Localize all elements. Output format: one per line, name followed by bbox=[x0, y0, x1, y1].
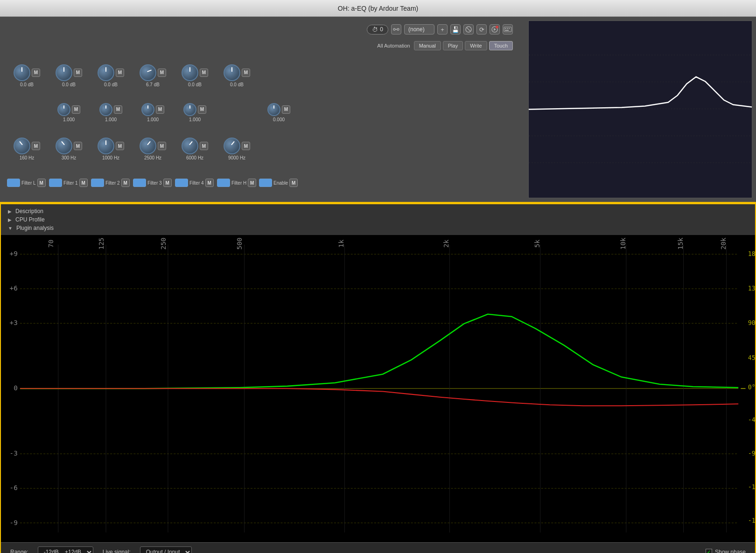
description-row[interactable]: ▶ Description bbox=[8, 208, 748, 214]
filter-h-gain-group: M 0.0 dB bbox=[217, 64, 257, 87]
window-title: OH: a-EQ (by Ardour Team) bbox=[338, 5, 418, 12]
filter1-btn[interactable] bbox=[49, 179, 62, 187]
enable-knob[interactable] bbox=[267, 103, 280, 116]
filter2-q-m-btn[interactable]: M bbox=[114, 105, 122, 114]
filter1-gain-label: 0.0 dB bbox=[62, 82, 76, 87]
filter-l-gain-m-btn[interactable]: M bbox=[32, 69, 40, 77]
svg-point-6 bbox=[496, 26, 498, 28]
enable-label2: Enable bbox=[273, 180, 288, 186]
filter2-q-knob[interactable] bbox=[99, 103, 112, 116]
filter1-q-knob[interactable] bbox=[57, 103, 70, 116]
filter2-freq-knob[interactable] bbox=[98, 138, 114, 154]
filter3-gain-m-btn[interactable]: M bbox=[158, 69, 166, 77]
live-select[interactable]: Output / Input bbox=[140, 546, 192, 553]
filter3-freq-label: 2500 Hz bbox=[144, 155, 161, 160]
filter-h-gain-knob[interactable] bbox=[224, 64, 240, 81]
play-btn[interactable]: Play bbox=[443, 41, 463, 50]
svg-text:15k: 15k bbox=[677, 237, 684, 249]
filter3-freq-m-btn[interactable]: M bbox=[158, 142, 166, 150]
filter3-q-m-btn[interactable]: M bbox=[156, 105, 164, 114]
enable-toggle-group: Enable M bbox=[259, 179, 299, 187]
plugin-row[interactable]: ▼ Plugin analysis bbox=[8, 225, 748, 231]
filter1-gain-m-btn[interactable]: M bbox=[74, 69, 82, 77]
filter-h-toggle-group: Filter H M bbox=[217, 179, 257, 187]
keyboard-btn[interactable] bbox=[503, 24, 513, 35]
svg-point-0 bbox=[393, 28, 395, 30]
enable-m-btn2[interactable]: M bbox=[289, 179, 298, 187]
filter3-btn[interactable] bbox=[133, 179, 146, 187]
filter-l-btn[interactable] bbox=[7, 179, 20, 187]
svg-text:-6: -6 bbox=[10, 484, 18, 491]
filter-l-freq-label: 160 Hz bbox=[20, 155, 35, 160]
midi-btn[interactable] bbox=[391, 24, 401, 35]
filter2-label: Filter 2 bbox=[105, 180, 120, 186]
filter3-q-knob[interactable] bbox=[141, 103, 154, 116]
filter4-freq-knob[interactable] bbox=[182, 138, 198, 154]
filter2-btn[interactable] bbox=[91, 179, 104, 187]
svg-text:500: 500 bbox=[236, 238, 244, 250]
filter1-freq-knob[interactable] bbox=[56, 138, 72, 154]
filter1-freq-m-btn[interactable]: M bbox=[74, 142, 82, 150]
filter-l-toggle-group: Filter L M bbox=[7, 179, 47, 187]
filter4-q-m-btn[interactable]: M bbox=[198, 105, 206, 114]
filter3-m-btn[interactable]: M bbox=[163, 179, 172, 187]
freq-row: M 160 Hz M 300 Hz M bbox=[7, 138, 518, 160]
filter-toggle-row: Filter L M Filter 1 M Filter 2 M Filter … bbox=[7, 176, 518, 187]
show-phase-group[interactable]: ✓ Show phase bbox=[706, 549, 746, 553]
svg-text:180°: 180° bbox=[748, 250, 755, 257]
record-btn[interactable] bbox=[490, 24, 500, 35]
filter4-gain-m-btn[interactable]: M bbox=[200, 69, 208, 77]
svg-text:45°: 45° bbox=[748, 354, 755, 361]
cpu-label: CPU Profile bbox=[15, 216, 45, 223]
filter-l-freq-m-btn[interactable]: M bbox=[32, 142, 40, 150]
range-select[interactable]: -12dB .. +12dB bbox=[38, 546, 93, 553]
filter2-gain-m-btn[interactable]: M bbox=[116, 69, 124, 77]
enable-m-btn[interactable]: M bbox=[282, 105, 290, 114]
filter-h-freq-m-btn[interactable]: M bbox=[242, 142, 250, 150]
filter1-m-btn[interactable]: M bbox=[79, 179, 88, 187]
knob-rows: M 0.0 dB M 0.0 dB M bbox=[7, 54, 518, 197]
write-btn[interactable]: Write bbox=[465, 41, 487, 50]
filter3-freq-knob[interactable] bbox=[140, 138, 156, 154]
filter-l-m-btn[interactable]: M bbox=[37, 179, 46, 187]
filter4-freq-m-btn[interactable]: M bbox=[200, 142, 208, 150]
filter-l-gain-knob[interactable] bbox=[14, 64, 30, 81]
filter-l-label: Filter L bbox=[21, 180, 36, 186]
filter4-q-knob[interactable] bbox=[183, 103, 196, 116]
cpu-row[interactable]: ▶ CPU Profile bbox=[8, 216, 748, 223]
filter2-gain-group: M 0.0 dB bbox=[91, 64, 131, 87]
touch-btn[interactable]: Touch bbox=[489, 41, 513, 50]
filter-l-freq-knob[interactable] bbox=[14, 138, 30, 154]
preset-select[interactable]: (none) bbox=[404, 24, 434, 35]
enable-label: 0.000 bbox=[273, 117, 285, 122]
filter1-gain-knob[interactable] bbox=[56, 64, 72, 81]
reload-btn[interactable]: ⟳ bbox=[476, 24, 487, 35]
enable-knob-group: M 0.000 bbox=[259, 103, 299, 122]
counter-value: 0 bbox=[380, 26, 383, 33]
phase-checkbox[interactable]: ✓ bbox=[706, 549, 712, 553]
filter1-toggle-group: Filter 1 M bbox=[49, 179, 89, 187]
add-btn[interactable]: + bbox=[437, 24, 448, 35]
svg-text:135°: 135° bbox=[748, 285, 755, 292]
filter2-gain-knob[interactable] bbox=[98, 64, 114, 81]
filter2-m-btn[interactable]: M bbox=[121, 179, 130, 187]
svg-text:0°: 0° bbox=[748, 384, 755, 391]
enable-btn[interactable] bbox=[259, 179, 272, 187]
bypass-btn[interactable] bbox=[463, 24, 474, 35]
filter4-m-btn[interactable]: M bbox=[205, 179, 214, 187]
filter-h-label: Filter H bbox=[231, 180, 246, 186]
filter3-q-group: M 1.000 bbox=[133, 103, 173, 122]
filter-h-gain-m-btn[interactable]: M bbox=[242, 69, 250, 77]
filter1-q-m-btn[interactable]: M bbox=[72, 105, 80, 114]
svg-point-1 bbox=[397, 28, 399, 30]
filter-h-freq-knob[interactable] bbox=[224, 138, 240, 154]
filter-h-btn[interactable] bbox=[217, 179, 230, 187]
filter4-gain-knob[interactable] bbox=[182, 64, 198, 81]
filter3-gain-knob[interactable] bbox=[140, 64, 156, 81]
filter2-freq-m-btn[interactable]: M bbox=[116, 142, 124, 150]
filter-h-m-btn[interactable]: M bbox=[248, 179, 256, 187]
counter-display[interactable]: ⏱ 0 bbox=[367, 25, 388, 35]
save-btn[interactable]: 💾 bbox=[450, 24, 461, 35]
filter4-btn[interactable] bbox=[175, 179, 188, 187]
manual-btn[interactable]: Manual bbox=[414, 41, 441, 50]
